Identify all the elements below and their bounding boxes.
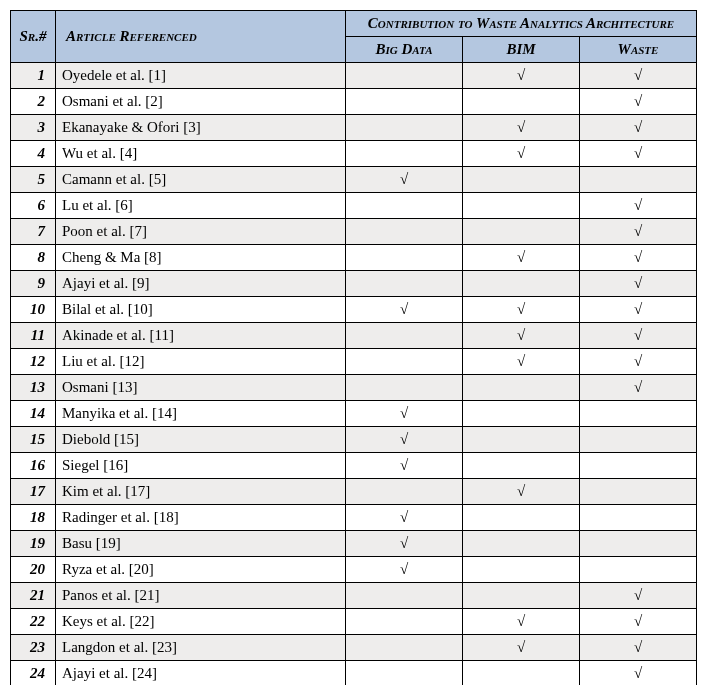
- cell-bim: [463, 193, 580, 219]
- table-row: 4Wu et al. [4]√√: [11, 141, 697, 167]
- table-row: 14Manyika et al. [14]√: [11, 401, 697, 427]
- cell-sr: 3: [11, 115, 56, 141]
- cell-bigdata: √: [346, 531, 463, 557]
- table-row: 16Siegel [16]√: [11, 453, 697, 479]
- cell-sr: 24: [11, 661, 56, 686]
- cell-sr: 23: [11, 635, 56, 661]
- table-row: 11Akinade et al. [11]√√: [11, 323, 697, 349]
- cell-waste: √: [580, 323, 697, 349]
- cell-bigdata: √: [346, 453, 463, 479]
- cell-article: Camann et al. [5]: [56, 167, 346, 193]
- cell-bim: √: [463, 297, 580, 323]
- cell-sr: 2: [11, 89, 56, 115]
- table-row: 10Bilal et al. [10]√√√: [11, 297, 697, 323]
- cell-sr: 21: [11, 583, 56, 609]
- cell-sr: 9: [11, 271, 56, 297]
- cell-bim: [463, 167, 580, 193]
- cell-waste: [580, 531, 697, 557]
- table-row: 1Oyedele et al. [1]√√: [11, 63, 697, 89]
- table-row: 24Ajayi et al. [24]√: [11, 661, 697, 686]
- cell-bim: [463, 89, 580, 115]
- cell-bim: √: [463, 141, 580, 167]
- cell-waste: √: [580, 63, 697, 89]
- cell-bigdata: [346, 635, 463, 661]
- cell-sr: 10: [11, 297, 56, 323]
- cell-article: Akinade et al. [11]: [56, 323, 346, 349]
- cell-bim: [463, 427, 580, 453]
- table-row: 21Panos et al. [21]√: [11, 583, 697, 609]
- cell-article: Ajayi et al. [24]: [56, 661, 346, 686]
- cell-waste: [580, 167, 697, 193]
- cell-article: Osmani et al. [2]: [56, 89, 346, 115]
- cell-bim: [463, 583, 580, 609]
- cell-bigdata: [346, 349, 463, 375]
- cell-bim: [463, 531, 580, 557]
- cell-bim: √: [463, 479, 580, 505]
- cell-article: Kim et al. [17]: [56, 479, 346, 505]
- cell-bigdata: [346, 661, 463, 686]
- header-bim: BIM: [463, 37, 580, 63]
- cell-waste: [580, 505, 697, 531]
- table-row: 12Liu et al. [12]√√: [11, 349, 697, 375]
- cell-bim: [463, 557, 580, 583]
- cell-article: Panos et al. [21]: [56, 583, 346, 609]
- cell-waste: [580, 453, 697, 479]
- cell-bim: √: [463, 245, 580, 271]
- cell-bim: [463, 375, 580, 401]
- cell-sr: 7: [11, 219, 56, 245]
- cell-sr: 5: [11, 167, 56, 193]
- references-table: Sr.# Article Referenced Contribution to …: [10, 10, 697, 685]
- header-article: Article Referenced: [56, 11, 346, 63]
- cell-article: Osmani [13]: [56, 375, 346, 401]
- table-row: 15Diebold [15]√: [11, 427, 697, 453]
- cell-bigdata: [346, 193, 463, 219]
- cell-sr: 19: [11, 531, 56, 557]
- cell-article: Basu [19]: [56, 531, 346, 557]
- cell-bigdata: [346, 219, 463, 245]
- cell-bigdata: [346, 115, 463, 141]
- table-body: 1Oyedele et al. [1]√√2Osmani et al. [2]√…: [11, 63, 697, 686]
- cell-sr: 14: [11, 401, 56, 427]
- cell-bigdata: [346, 89, 463, 115]
- cell-waste: √: [580, 271, 697, 297]
- cell-article: Ryza et al. [20]: [56, 557, 346, 583]
- cell-waste: √: [580, 219, 697, 245]
- header-bigdata: Big Data: [346, 37, 463, 63]
- cell-bigdata: √: [346, 427, 463, 453]
- cell-sr: 20: [11, 557, 56, 583]
- cell-article: Diebold [15]: [56, 427, 346, 453]
- table-row: 23Langdon et al. [23]√√: [11, 635, 697, 661]
- cell-bim: √: [463, 349, 580, 375]
- cell-bigdata: [346, 323, 463, 349]
- cell-sr: 11: [11, 323, 56, 349]
- cell-article: Lu et al. [6]: [56, 193, 346, 219]
- cell-bigdata: [346, 583, 463, 609]
- table-row: 19Basu [19]√: [11, 531, 697, 557]
- cell-sr: 17: [11, 479, 56, 505]
- table-row: 5Camann et al. [5]√: [11, 167, 697, 193]
- cell-waste: √: [580, 193, 697, 219]
- cell-waste: √: [580, 245, 697, 271]
- cell-bim: √: [463, 115, 580, 141]
- cell-sr: 1: [11, 63, 56, 89]
- cell-article: Manyika et al. [14]: [56, 401, 346, 427]
- cell-article: Langdon et al. [23]: [56, 635, 346, 661]
- cell-bim: [463, 505, 580, 531]
- cell-bim: [463, 453, 580, 479]
- cell-waste: √: [580, 375, 697, 401]
- table-row: 20Ryza et al. [20]√: [11, 557, 697, 583]
- cell-article: Bilal et al. [10]: [56, 297, 346, 323]
- cell-waste: [580, 557, 697, 583]
- table-row: 6Lu et al. [6]√: [11, 193, 697, 219]
- cell-bigdata: √: [346, 505, 463, 531]
- table-row: 8Cheng & Ma [8]√√: [11, 245, 697, 271]
- cell-bim: [463, 661, 580, 686]
- cell-waste: √: [580, 89, 697, 115]
- cell-sr: 15: [11, 427, 56, 453]
- cell-article: Oyedele et al. [1]: [56, 63, 346, 89]
- cell-sr: 13: [11, 375, 56, 401]
- header-contribution: Contribution to Waste Analytics Architec…: [346, 11, 697, 37]
- cell-bigdata: [346, 375, 463, 401]
- table-row: 3Ekanayake & Ofori [3]√√: [11, 115, 697, 141]
- cell-waste: √: [580, 141, 697, 167]
